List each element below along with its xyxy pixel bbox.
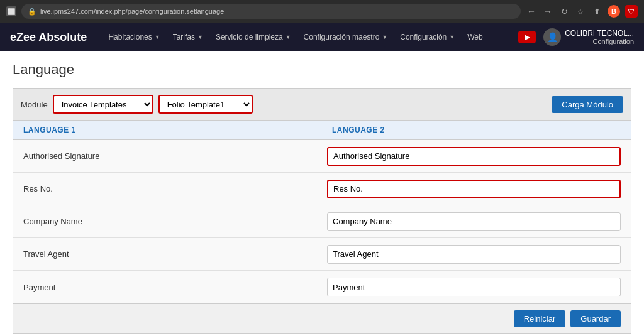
nav-back-icon[interactable]: ← (526, 6, 537, 17)
table-row: Res No. (13, 173, 631, 205)
chevron-down-icon: ▼ (197, 34, 203, 40)
nav-configuracion[interactable]: Configuración ▼ (394, 23, 461, 51)
row-label: Authorised Signature (13, 146, 322, 166)
url-text: live.ipms247.com/index.php/page/configur… (40, 8, 224, 15)
row-input-wrap (322, 207, 631, 236)
chevron-down-icon: ▼ (449, 34, 455, 40)
lang2-header: LANGUAGE 2 (322, 121, 631, 139)
table-row: Company Name (13, 205, 631, 238)
star-icon[interactable]: ☆ (575, 6, 586, 17)
module-label: Module (21, 100, 48, 109)
table-row: Payment (13, 271, 631, 303)
chevron-down-icon: ▼ (286, 34, 291, 40)
user-menu[interactable]: 👤 COLIBRI TECNOL... Configuration (543, 28, 634, 46)
guardar-button[interactable]: Guardar (570, 310, 621, 327)
row-label: Res No. (13, 179, 322, 198)
table-row: Authorised Signature (13, 140, 631, 173)
row-input-wrap (322, 240, 631, 269)
lang2-input[interactable] (327, 212, 621, 231)
table-row: Travel Agent (13, 238, 631, 271)
lang2-input[interactable] (327, 180, 621, 198)
chevron-down-icon: ▼ (382, 34, 387, 40)
module-select[interactable]: Invoice Templates Folio Template Other (53, 95, 153, 114)
reiniciar-button[interactable]: Reiniciar (514, 310, 566, 327)
language-column-headers: LANGUAGE 1 LANGUAGE 2 (13, 121, 631, 140)
row-input-wrap (322, 273, 631, 301)
row-input-wrap (322, 175, 631, 203)
browser-url-bar[interactable]: 🔒 live.ipms247.com/index.php/page/config… (21, 4, 521, 19)
folio-select[interactable]: Folio Template1 Folio Template2 (158, 95, 253, 114)
reload-icon[interactable]: ↻ (558, 6, 570, 17)
chevron-down-icon: ▼ (155, 34, 160, 40)
youtube-icon[interactable]: ▶ (518, 31, 536, 43)
toolbar: Module Invoice Templates Folio Template … (13, 89, 631, 121)
language-config-area: Module Invoice Templates Folio Template … (13, 88, 631, 334)
nav-bar: eZee Absolute Habitaciones ▼ Tarifas ▼ S… (0, 23, 644, 51)
lock-icon: 🔒 (28, 8, 36, 16)
row-label: Travel Agent (13, 244, 322, 264)
lang2-input[interactable] (327, 278, 621, 296)
lang2-input[interactable] (327, 245, 621, 264)
row-label: Payment (13, 278, 322, 297)
nav-servicio[interactable]: Servicio de limpieza ▼ (209, 23, 297, 51)
page-title: Language (13, 62, 631, 78)
browser-favicon: ⬜ (6, 6, 16, 16)
nav-config-maestro[interactable]: Configuración maestro ▼ (297, 23, 394, 51)
nav-habitaciones[interactable]: Habitaciones ▼ (102, 23, 166, 51)
nav-forward-icon[interactable]: → (542, 6, 553, 17)
user-avatar: 👤 (543, 28, 561, 46)
app-logo: eZee Absolute (10, 31, 87, 44)
nav-tarifas[interactable]: Tarifas ▼ (167, 23, 209, 51)
share-icon[interactable]: ⬆ (591, 6, 602, 17)
user-info: COLIBRI TECNOL... Configuration (565, 29, 634, 45)
shield-icon: 🛡 (625, 5, 638, 18)
form-footer-buttons: Reiniciar Guardar (13, 303, 631, 333)
lang2-input[interactable] (327, 147, 621, 166)
main-content: Language Module Invoice Templates Folio … (0, 51, 644, 336)
nav-web[interactable]: Web (461, 23, 489, 51)
row-label: Company Name (13, 212, 322, 231)
load-module-button[interactable]: Carga Módulo (552, 96, 623, 113)
brave-icon: B (608, 5, 620, 18)
row-input-wrap (322, 142, 631, 171)
language-rows: Authorised SignatureRes No.Company NameT… (13, 140, 631, 303)
browser-icons: ← → ↻ ☆ ⬆ B 🛡 (526, 5, 638, 18)
lang1-header: LANGUAGE 1 (13, 121, 322, 139)
browser-bar: ⬜ 🔒 live.ipms247.com/index.php/page/conf… (0, 0, 644, 23)
